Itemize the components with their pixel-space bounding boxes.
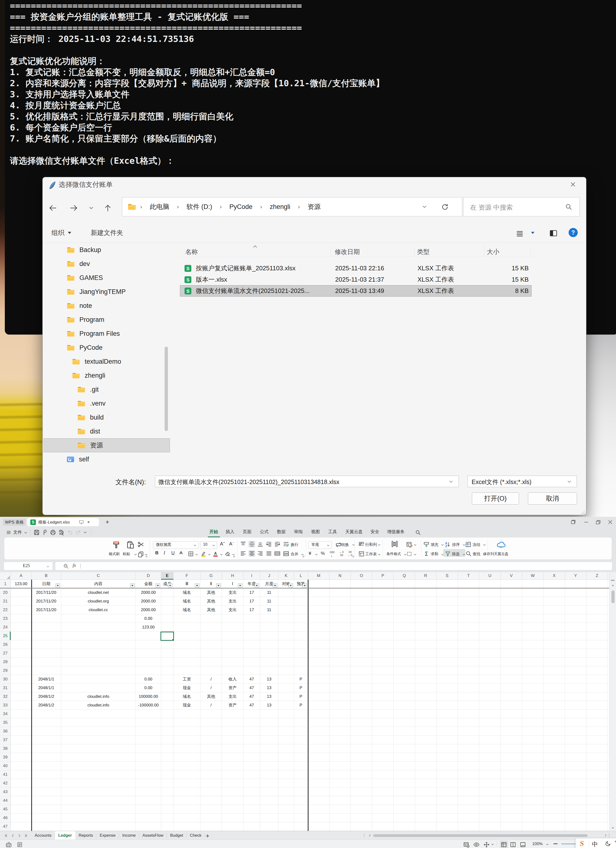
header-cell[interactable]: 123.00 bbox=[11, 580, 31, 588]
row-header[interactable]: 20 bbox=[0, 588, 11, 597]
tree-item[interactable]: build bbox=[44, 411, 170, 424]
grid-cell[interactable] bbox=[278, 623, 294, 632]
grid-cell[interactable] bbox=[200, 814, 222, 822]
grid-cell[interactable] bbox=[31, 805, 61, 814]
format-painter-button[interactable]: 格式刷 bbox=[109, 552, 120, 556]
grid-cell[interactable] bbox=[11, 822, 31, 831]
grid-cell[interactable] bbox=[222, 710, 243, 718]
grid-cell[interactable] bbox=[136, 727, 161, 735]
grid-cell[interactable] bbox=[294, 779, 308, 787]
grid-cell[interactable] bbox=[136, 762, 161, 770]
grid-cell[interactable] bbox=[200, 770, 222, 779]
next-sheet-button[interactable] bbox=[17, 833, 21, 838]
grid-cell[interactable] bbox=[161, 683, 173, 692]
row-header[interactable]: 21 bbox=[0, 597, 11, 606]
grid-cell[interactable] bbox=[61, 735, 136, 744]
tree-item[interactable]: textualDemo bbox=[44, 354, 170, 369]
grid-cell[interactable] bbox=[173, 770, 200, 779]
grid-cell[interactable] bbox=[11, 614, 31, 623]
grid-cell[interactable]: 13 bbox=[260, 683, 278, 692]
hscroll-left-button[interactable] bbox=[368, 834, 372, 837]
nav-forward-button[interactable] bbox=[68, 202, 80, 214]
grid-cell[interactable] bbox=[243, 658, 260, 666]
grid-cell[interactable] bbox=[161, 588, 173, 597]
grid-cell[interactable] bbox=[11, 606, 31, 614]
first-sheet-button[interactable] bbox=[4, 833, 8, 838]
nav-recent-dropdown[interactable] bbox=[86, 202, 97, 214]
view-mode-button[interactable] bbox=[516, 230, 524, 237]
worksheet-dropdown-icon[interactable] bbox=[378, 553, 381, 556]
grid-cell[interactable] bbox=[11, 623, 31, 632]
grid-cell[interactable] bbox=[136, 640, 161, 649]
worksheet-button[interactable]: 工作表 bbox=[365, 552, 377, 557]
autofilter-button[interactable] bbox=[130, 583, 135, 587]
formula-zoom-icon[interactable] bbox=[63, 563, 69, 569]
font-color-dropdown-icon[interactable] bbox=[220, 553, 223, 556]
grid-cell[interactable] bbox=[200, 666, 222, 675]
grid-cell[interactable] bbox=[278, 692, 294, 701]
grid-cell[interactable] bbox=[161, 692, 173, 701]
grid-cell[interactable] bbox=[173, 623, 200, 632]
last-sheet-button[interactable] bbox=[24, 833, 28, 838]
grid-cell[interactable] bbox=[278, 606, 294, 614]
grid-cell[interactable] bbox=[136, 779, 161, 787]
address-bar[interactable]: ›此电脑›软件 (D:)›PyCode›zhengli›资源 bbox=[122, 197, 462, 216]
grid-cell[interactable] bbox=[294, 822, 308, 831]
row-header[interactable]: 27 bbox=[0, 649, 11, 658]
breadcrumb-label[interactable]: 此电脑 bbox=[145, 203, 174, 211]
grid-cell[interactable]: 支出 bbox=[222, 588, 243, 597]
autofilter-button[interactable] bbox=[273, 583, 277, 587]
grid-cell[interactable]: 17 bbox=[243, 597, 260, 606]
new-folder-button[interactable]: 新建文件夹 bbox=[91, 228, 123, 237]
grid-cell[interactable] bbox=[294, 753, 308, 762]
save-to-cloud-button[interactable]: 保存到天翼云盘 bbox=[483, 552, 508, 556]
scroll-down-button[interactable] bbox=[611, 826, 615, 830]
sort-icon[interactable]: AZ bbox=[444, 541, 451, 548]
grid-cell[interactable] bbox=[31, 814, 61, 822]
column-header[interactable]: B bbox=[31, 572, 61, 580]
grid-cell[interactable] bbox=[243, 649, 260, 658]
tree-scrollbar-thumb[interactable] bbox=[164, 347, 168, 431]
grid-cell[interactable] bbox=[11, 762, 31, 770]
grid-cell[interactable] bbox=[243, 770, 260, 779]
grid-cell[interactable] bbox=[11, 814, 31, 822]
grid-cell[interactable]: 2017/11/20 bbox=[31, 588, 61, 597]
grid-cell[interactable] bbox=[294, 727, 308, 735]
fill-down-icon[interactable] bbox=[423, 541, 430, 548]
grid-cell[interactable] bbox=[243, 796, 260, 805]
column-header[interactable]: S bbox=[437, 572, 458, 580]
grid-cell[interactable] bbox=[260, 727, 278, 735]
column-header[interactable]: J bbox=[260, 572, 278, 580]
wrap-text-button[interactable] bbox=[283, 541, 289, 548]
autofilter-button[interactable] bbox=[195, 583, 199, 587]
grid-cell[interactable] bbox=[200, 822, 222, 831]
grid-cell[interactable]: 0.00 bbox=[136, 614, 161, 623]
tree-item[interactable]: PyCode bbox=[44, 341, 170, 354]
grid-cell[interactable] bbox=[11, 588, 31, 597]
column-header[interactable]: A bbox=[11, 572, 31, 580]
grid-cell[interactable]: cloudlet.info bbox=[61, 692, 136, 701]
grid-cell[interactable] bbox=[161, 675, 173, 683]
filename-combobox[interactable]: 微信支付账单流水文件(20251021-20251102)_2025110313… bbox=[155, 476, 459, 487]
grid-cell[interactable] bbox=[294, 710, 308, 718]
eraser-button[interactable] bbox=[224, 550, 231, 557]
add-sheet-button[interactable]: + bbox=[206, 832, 209, 839]
copy-button[interactable] bbox=[138, 551, 144, 558]
grid-cell[interactable] bbox=[260, 814, 278, 822]
column-header[interactable]: I bbox=[243, 572, 260, 580]
cell-style-dropdown-icon[interactable] bbox=[413, 553, 417, 556]
column-header-date[interactable]: 修改日期 bbox=[335, 248, 360, 256]
grid-cell[interactable] bbox=[61, 779, 136, 787]
grid-cell[interactable] bbox=[161, 762, 173, 770]
column-header-size[interactable]: 大小 bbox=[487, 248, 499, 256]
paste-dropdown-icon[interactable] bbox=[134, 553, 137, 556]
grid-cell[interactable] bbox=[278, 632, 294, 640]
grid-cell[interactable] bbox=[161, 718, 173, 727]
grid-cell[interactable]: 其他 bbox=[200, 588, 222, 597]
breadcrumb-segment[interactable]: ›PyCode bbox=[217, 203, 257, 211]
ribbon-tab[interactable]: 插入 bbox=[226, 529, 234, 535]
grid-cell[interactable] bbox=[11, 710, 31, 718]
grid-cell[interactable] bbox=[222, 787, 243, 796]
grid-cell[interactable]: 域名 bbox=[173, 597, 200, 606]
autofilter-button[interactable] bbox=[216, 583, 221, 587]
